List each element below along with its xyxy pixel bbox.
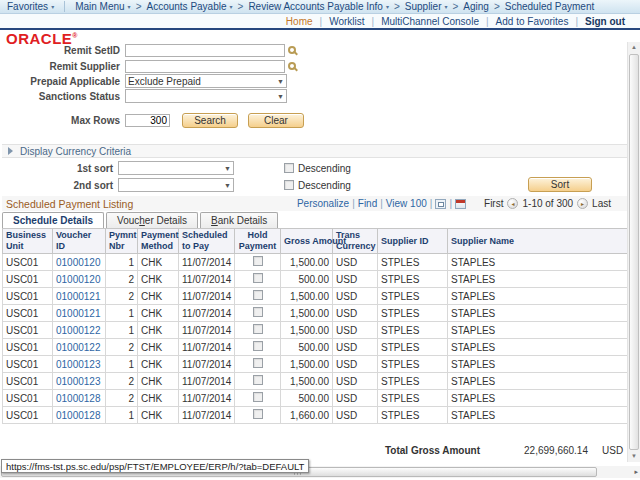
cell-business-unit: USC01 <box>3 339 53 356</box>
breadcrumb-item-accounts-payable[interactable]: Accounts Payable▾ <box>146 1 232 12</box>
hold-payment-checkbox[interactable] <box>253 375 263 385</box>
voucher-id-link[interactable]: 01000128 <box>56 393 101 404</box>
cell-pymnt-nbr: 1 <box>106 254 138 271</box>
cell-supplier-id: STPLES <box>378 288 448 305</box>
table-row: USC01010001281CHK11/07/20141,660.00USDST… <box>3 407 628 424</box>
total-currency: USD <box>602 445 623 456</box>
voucher-id-link[interactable]: 01000123 <box>56 376 101 387</box>
voucher-id-link[interactable]: 01000128 <box>56 410 101 421</box>
cell-hold-payment <box>235 271 281 288</box>
col-header-business-unit: Business Unit <box>3 229 53 254</box>
utility-link-add-to-favorites[interactable]: Add to Favorites <box>496 16 569 27</box>
breadcrumb-item-scheduled-payment[interactable]: Scheduled Payment <box>505 1 595 12</box>
tab-bank-details[interactable]: Bank Details <box>200 212 278 228</box>
cell-supplier-name: STAPLES <box>448 271 628 288</box>
popout-grid-icon[interactable] <box>435 199 446 209</box>
vertical-scrollbar[interactable]: ▲ ▼ <box>627 42 640 462</box>
utility-link-sign-out[interactable]: Sign out <box>585 16 625 27</box>
breadcrumb-item-aging[interactable]: Aging <box>463 1 489 12</box>
download-icon[interactable] <box>455 199 466 209</box>
cell-payment-method: CHK <box>138 339 179 356</box>
utility-link-worklist[interactable]: Worklist <box>329 16 364 27</box>
pagination-first[interactable]: First <box>484 198 503 209</box>
voucher-id-link[interactable]: 01000121 <box>56 308 101 319</box>
next-page-icon[interactable]: ▸ <box>577 198 588 209</box>
breadcrumb-item-review-accounts-payable-info[interactable]: Review Accounts Payable Info▾ <box>248 1 389 12</box>
descending-checkbox-2[interactable] <box>284 180 294 190</box>
cell-pymnt-nbr: 1 <box>106 305 138 322</box>
utility-link-home[interactable]: Home <box>286 16 313 27</box>
cell-scheduled-to-pay: 11/07/2014 <box>179 305 235 322</box>
breadcrumb-item-favorites[interactable]: Favorites▾ <box>7 1 54 12</box>
cell-gross-amount: 1,500.00 <box>281 322 333 339</box>
personalize-link[interactable]: Personalize <box>297 198 349 209</box>
lookup-magnifier-icon[interactable] <box>288 62 296 70</box>
voucher-id-link[interactable]: 01000120 <box>56 257 101 268</box>
toolbar-separator: | <box>449 198 452 209</box>
select-value: Exclude Prepaid <box>128 76 201 87</box>
max-rows-row: Max Rows Search Clear <box>0 113 304 127</box>
hold-payment-checkbox[interactable] <box>253 341 263 351</box>
voucher-id-link[interactable]: 01000122 <box>56 342 101 353</box>
pagination-last[interactable]: Last <box>592 198 611 209</box>
col-header-supplier-name: Supplier Name <box>448 229 628 254</box>
search-button[interactable]: Search <box>182 113 238 128</box>
scroll-right-icon[interactable]: ▸ <box>634 468 638 476</box>
previous-page-icon[interactable]: ◂ <box>507 198 518 209</box>
tab-schedule-details[interactable]: Schedule Details <box>2 212 104 228</box>
utility-link-multichannel-console[interactable]: MultiChannel Console <box>381 16 479 27</box>
remit-supplier-input[interactable] <box>125 60 285 73</box>
cell-supplier-id: STPLES <box>378 305 448 322</box>
hold-payment-checkbox[interactable] <box>253 290 263 300</box>
hold-payment-checkbox[interactable] <box>253 273 263 283</box>
status-bar-url: https://fms-tst.ps.sc.edu/psp/FTST/EMPLO… <box>1 459 309 473</box>
cell-gross-amount: 1,660.00 <box>281 407 333 424</box>
remit-setid-input[interactable] <box>125 44 285 57</box>
cell-business-unit: USC01 <box>3 407 53 424</box>
lookup-magnifier-icon[interactable] <box>288 46 296 54</box>
cell-voucher-id: 01000120 <box>53 271 106 288</box>
form-row-sanctions-status: Sanctions Status ▼ <box>0 89 287 103</box>
descending-checkbox-1[interactable] <box>284 163 294 173</box>
clear-button[interactable]: Clear <box>248 113 304 128</box>
hold-payment-checkbox[interactable] <box>253 392 263 402</box>
find-link[interactable]: Find <box>358 198 377 209</box>
hold-payment-checkbox[interactable] <box>253 307 263 317</box>
sort-select-2[interactable]: ▼ <box>118 178 234 192</box>
select-value <box>128 91 131 102</box>
cell-gross-amount: 500.00 <box>281 339 333 356</box>
sort-select-1[interactable]: ▼ <box>118 161 234 175</box>
cell-gross-amount: 1,500.00 <box>281 254 333 271</box>
expand-section-icon[interactable] <box>8 147 13 155</box>
voucher-id-link[interactable]: 01000121 <box>56 291 101 302</box>
cell-supplier-name: STAPLES <box>448 322 628 339</box>
hold-payment-checkbox[interactable] <box>253 256 263 266</box>
view-100-link[interactable]: View 100 <box>386 198 427 209</box>
utility-separator: | <box>372 16 375 27</box>
cell-trans-currency: USD <box>333 356 378 373</box>
prepaid-applicable-select[interactable]: Exclude Prepaid▼ <box>125 74 287 88</box>
col-header-scheduled-to-pay: Scheduled to Pay <box>179 229 235 254</box>
tab-voucher-details[interactable]: Voucher Details <box>106 212 198 228</box>
vertical-scroll-thumb[interactable] <box>629 54 639 450</box>
utility-separator: | <box>575 16 578 27</box>
sort-label-1: 1st sort <box>0 163 113 174</box>
voucher-id-link[interactable]: 01000120 <box>56 274 101 285</box>
max-rows-input[interactable] <box>125 114 170 127</box>
cell-scheduled-to-pay: 11/07/2014 <box>179 322 235 339</box>
hold-payment-checkbox[interactable] <box>253 358 263 368</box>
scroll-up-icon[interactable]: ▲ <box>628 42 640 53</box>
dropdown-arrow-icon: ▾ <box>444 3 447 10</box>
breadcrumb-item-supplier[interactable]: Supplier▾ <box>405 1 448 12</box>
voucher-id-link[interactable]: 01000122 <box>56 325 101 336</box>
sort-button[interactable]: Sort <box>528 177 592 192</box>
cell-business-unit: USC01 <box>3 288 53 305</box>
voucher-id-link[interactable]: 01000123 <box>56 359 101 370</box>
breadcrumb-item-main-menu[interactable]: Main Menu▾ <box>75 1 130 12</box>
sanctions-status-select[interactable]: ▼ <box>125 89 287 103</box>
hold-payment-checkbox[interactable] <box>253 409 263 419</box>
scroll-down-icon[interactable]: ▼ <box>628 451 640 462</box>
table-row: USC01010001212CHK11/07/20141,500.00USDST… <box>3 288 628 305</box>
cell-gross-amount: 1,500.00 <box>281 356 333 373</box>
hold-payment-checkbox[interactable] <box>253 324 263 334</box>
